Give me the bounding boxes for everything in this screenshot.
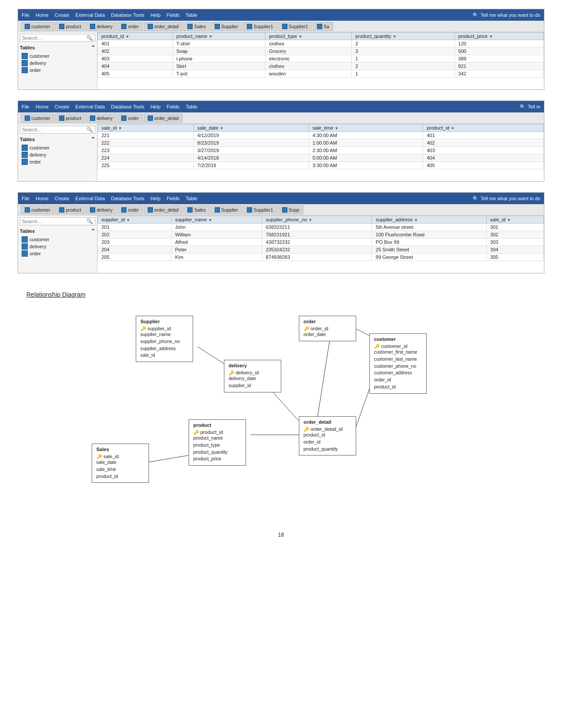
relationship-section: Relationship Diagram Supplier 🔑supplier_… (18, 287, 544, 523)
tab-bar-3: customer product delivery order order_de… (18, 204, 544, 216)
col-supplier-id[interactable]: supplier_id ▼ (98, 216, 171, 224)
search-input-1[interactable] (22, 35, 86, 41)
tab3-delivery[interactable]: delivery (86, 205, 116, 214)
tab-supplier1b-1[interactable]: Supplier1 (278, 22, 312, 31)
tab-delivery-1[interactable]: delivery (86, 22, 116, 31)
tables-section-3: Tables ⌃ (20, 227, 95, 235)
ribbon3-fields[interactable]: Fields (167, 196, 179, 201)
collapse-icon-3[interactable]: ⌃ (91, 228, 95, 234)
sales-window: File Home Create External Data Database … (18, 101, 544, 182)
col-product-id[interactable]: product_id ▼ (98, 33, 173, 40)
table-row: 201John6383232115th Avenue street301 (98, 224, 544, 231)
tab3-supplier[interactable]: Supplier (211, 205, 242, 214)
ribbon-file[interactable]: File (22, 12, 30, 18)
tab3-sales[interactable]: Sales (183, 205, 209, 214)
tab2-delivery[interactable]: delivery (86, 114, 116, 123)
relationship-diagram: Supplier 🔑supplier_id supplier_name supp… (83, 307, 480, 519)
tab-supplier-1[interactable]: Supplier (211, 22, 242, 31)
ribbon-table[interactable]: Table (186, 12, 197, 18)
ribbon2-database-tools[interactable]: Database Tools (111, 104, 145, 109)
tab-sales-1[interactable]: Sales (183, 22, 209, 31)
table-item-order-2[interactable]: order (20, 158, 95, 165)
table-item-customer-2[interactable]: customer (20, 144, 95, 151)
col-supplier-address[interactable]: supplier_address ▼ (372, 216, 487, 224)
table-item-order-3[interactable]: order (20, 250, 95, 257)
ribbon-help[interactable]: Help (150, 12, 160, 18)
order-box: order 🔑order_id order_date (299, 316, 356, 341)
ribbon2-help[interactable]: Help (150, 104, 160, 109)
tab3-customer[interactable]: customer (21, 205, 54, 214)
ribbon3-external-data[interactable]: External Data (75, 196, 105, 201)
col-product-price[interactable]: product_price ▼ (454, 33, 543, 40)
ribbon2-home[interactable]: Home (36, 104, 48, 109)
ribbon3-create[interactable]: Create (55, 196, 69, 201)
tab-customer-1[interactable]: customer (21, 22, 54, 31)
table-row: 205Kim87493828399 George Street305 (98, 254, 544, 261)
col-supplier-sale-id[interactable]: sale_id ▼ (487, 216, 544, 224)
search-box-1[interactable]: 🔍 (20, 34, 95, 42)
table-grid-icon-order-1 (22, 67, 28, 73)
ribbon3-home[interactable]: Home (36, 196, 48, 201)
pk-icon-delivery: 🔑 (229, 370, 234, 375)
page-number: 18 (18, 532, 544, 538)
search-box-2[interactable]: 🔍 (20, 126, 95, 134)
tab-product-1[interactable]: product (55, 22, 85, 31)
table-grid-icon-order-2 (22, 159, 28, 165)
tab3-order-detail[interactable]: order_detail (144, 205, 182, 214)
table-item-customer-3[interactable]: customer (20, 236, 95, 243)
col-sale-id[interactable]: sale_id ▼ (98, 124, 194, 132)
col-product-type[interactable]: product_type ▼ (265, 33, 352, 40)
ribbon3-database-tools[interactable]: Database Tools (111, 196, 145, 201)
ribbon3-help[interactable]: Help (150, 196, 160, 201)
table-item-order-1[interactable]: order (20, 67, 95, 74)
col-product-name[interactable]: product_name ▼ (173, 33, 265, 40)
collapse-icon-1[interactable]: ⌃ (91, 45, 95, 51)
tab3-supplier1[interactable]: Supplier1 (243, 205, 277, 214)
table-row: 2214/12/20194:30:00 AM401 (98, 132, 544, 139)
col-sale-date[interactable]: sale_date ▼ (194, 124, 309, 132)
tab-sa-1[interactable]: Sa (313, 22, 333, 31)
col-supplier-name[interactable]: supplier_name ▼ (171, 216, 262, 224)
ribbon2-external-data[interactable]: External Data (75, 104, 105, 109)
ribbon2-fields[interactable]: Fields (167, 104, 179, 109)
ribbon3-table[interactable]: Table (186, 196, 197, 201)
collapse-icon-2[interactable]: ⌃ (91, 136, 95, 142)
tab2-customer[interactable]: customer (21, 114, 54, 123)
tab2-order[interactable]: order (117, 114, 143, 123)
table-row: 405T-potwooden1342 (98, 70, 544, 78)
ribbon3-search[interactable]: 🔍 Tell me what you want to do (473, 196, 540, 202)
ribbon-home[interactable]: Home (36, 12, 48, 18)
ribbon2-table[interactable]: Table (186, 104, 197, 109)
ribbon2-file[interactable]: File (22, 104, 30, 109)
ribbon3-file[interactable]: File (22, 196, 30, 201)
ribbon2-create[interactable]: Create (55, 104, 69, 109)
col-sale-product-id[interactable]: product_id ▼ (423, 124, 544, 132)
ribbon-fields[interactable]: Fields (167, 12, 179, 18)
table-item-delivery-1[interactable]: delivery (20, 60, 95, 67)
tab-order-1[interactable]: order (117, 22, 143, 31)
tab3-product[interactable]: product (55, 205, 85, 214)
tab-order-detail-1[interactable]: order_detail (144, 22, 182, 31)
ribbon-create[interactable]: Create (55, 12, 69, 18)
col-supplier-phone[interactable]: supplier_phone_no ▼ (262, 216, 372, 224)
col-sale-time[interactable]: sale_time ▼ (309, 124, 423, 132)
search-box-3[interactable]: 🔍 (20, 217, 95, 225)
table-item-customer-1[interactable]: customer (20, 52, 95, 60)
tab2-order-detail[interactable]: order_detail (144, 114, 182, 123)
tab-supplier1-1[interactable]: Supplier1 (243, 22, 277, 31)
ribbon-database-tools[interactable]: Database Tools (111, 12, 145, 18)
ribbon-external-data[interactable]: External Data (75, 12, 105, 18)
table-row: 404Skirtclothes2921 (98, 63, 544, 70)
table-item-delivery-2[interactable]: delivery (20, 151, 95, 158)
ribbon-search[interactable]: 🔍 Tell me what you want to do (473, 12, 540, 18)
supplier-window: File Home Create External Data Database … (18, 192, 544, 273)
tab3-order[interactable]: order (117, 205, 143, 214)
ribbon2-search[interactable]: 🔍 Tell m (520, 104, 540, 110)
tab2-product[interactable]: product (55, 114, 85, 123)
col-product-quantity[interactable]: product_quantity ▼ (352, 33, 454, 40)
tab3-supp[interactable]: Supp (278, 205, 304, 214)
search-input-2[interactable] (22, 127, 86, 132)
tab-bar-2: customer product delivery order order_de… (18, 112, 544, 124)
search-input-3[interactable] (22, 219, 86, 224)
table-item-delivery-3[interactable]: delivery (20, 243, 95, 250)
